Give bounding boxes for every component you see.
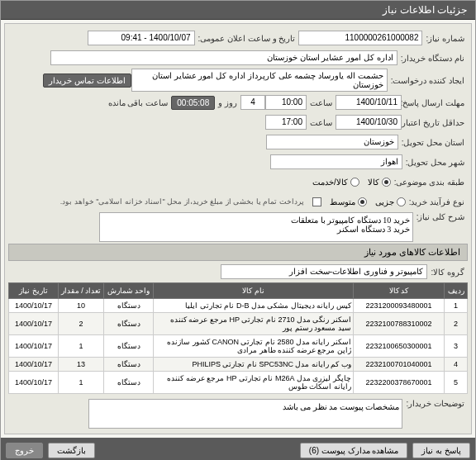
buyer-org-label: نام دستگاه خریدار: <box>397 54 468 63</box>
validity-time: 17:00 <box>265 115 307 130</box>
radio-icon <box>397 197 406 206</box>
cell-unit: دستگاه <box>104 299 154 313</box>
province-value: خوزستان <box>266 135 398 149</box>
days-label: روز و <box>215 98 240 107</box>
cell-qty: 13 <box>59 358 104 372</box>
cell-n: 3 <box>445 335 468 358</box>
cat-service-label: کالا/خدمت <box>312 178 348 187</box>
cell-qty: 1 <box>59 335 104 358</box>
th-date: تاریخ نیاز <box>9 283 59 299</box>
need-number-label: شماره نیاز: <box>422 34 468 43</box>
need-number-value: 1100000261000082 <box>298 31 422 45</box>
cat-goods-label: کالا <box>368 178 379 187</box>
cell-n: 2 <box>445 313 468 335</box>
pt-medium-label: متوسط <box>330 197 355 206</box>
radio-icon <box>358 197 367 206</box>
radio-icon <box>350 178 359 187</box>
cell-date: 1400/10/17 <box>9 358 59 372</box>
pt-small-option[interactable]: جزیی <box>375 197 406 206</box>
cell-code: 2232100701040001 <box>354 358 445 372</box>
cell-date: 1400/10/17 <box>9 335 59 358</box>
buyer-notes-label: توضیحات خریدار: <box>402 399 468 408</box>
radio-icon <box>382 178 391 187</box>
table-header-row: ردیف کد کالا نام کالا واحد شمارش تعداد /… <box>9 283 468 299</box>
th-name: نام کالا <box>154 283 354 299</box>
cat-goods-option[interactable]: کالا <box>368 178 391 187</box>
items-table: ردیف کد کالا نام کالا واحد شمارش تعداد /… <box>8 282 468 394</box>
cell-name: وب کم رایانه مدل SPC53NC نام تجارتی PHIL… <box>154 358 354 372</box>
announce-value: 1400/10/07 - 09:41 <box>88 31 195 45</box>
contact-link[interactable]: اطلاعات تماس خریدار <box>43 74 131 88</box>
group-label: گروه کالا: <box>427 268 468 277</box>
details-panel: جزئیات اطلاعات نیاز شماره نیاز: 11000002… <box>0 0 476 460</box>
th-row: ردیف <box>445 283 468 299</box>
cell-name: کیس رایانه دیجیتال مشکی مدل D-B نام تجار… <box>154 299 354 313</box>
response-deadline-label: مهلت ارسال پاسخ: <box>402 98 468 107</box>
need-title-textarea[interactable] <box>99 212 413 242</box>
cell-unit: دستگاه <box>104 335 154 358</box>
cell-n: 5 <box>445 372 468 394</box>
respond-button[interactable]: پاسخ به نیاز <box>412 443 470 458</box>
cell-n: 4 <box>445 358 468 372</box>
cell-name: اسکنر رنگی مدل 2710 نام تجارتی HP مرجع ع… <box>154 313 354 335</box>
cat-service-option[interactable]: کالا/خدمت <box>312 178 359 187</box>
table-row: 1 2231200093480001 کیس رایانه دیجیتال مش… <box>9 299 468 313</box>
panel-header: جزئیات اطلاعات نیاز <box>1 1 475 20</box>
cell-name: اسکنر رایانه مدل 2580 نام تجارتی CANON ک… <box>154 335 354 358</box>
th-unit: واحد شمارش <box>104 283 154 299</box>
buyer-notes-textarea[interactable] <box>88 399 402 429</box>
th-code: کد کالا <box>354 283 445 299</box>
exit-button[interactable]: خروج <box>6 443 43 458</box>
need-title-label: شرح کلی نیاز: <box>413 212 468 221</box>
validity-date: 1400/10/30 <box>336 115 402 130</box>
days-value: 4 <box>240 95 265 110</box>
time-label-2: ساعت <box>307 118 336 127</box>
cell-code: 2232100788310002 <box>354 313 445 335</box>
table-row: 5 2232200378670001 چاپگر لیزری مدل M26A … <box>9 372 468 394</box>
cell-date: 1400/10/17 <box>9 299 59 313</box>
table-row: 2 2232100788310002 اسکنر رنگی مدل 2710 ن… <box>9 313 468 335</box>
cell-code: 2232100650300001 <box>354 335 445 358</box>
cell-qty: 1 <box>59 372 104 394</box>
treasury-checkbox[interactable] <box>312 197 321 206</box>
response-date: 1400/10/11 <box>336 95 402 110</box>
cell-unit: دستگاه <box>104 372 154 394</box>
attachments-button[interactable]: مشاهده مدارک پیوست (6) <box>300 443 408 458</box>
cell-unit: دستگاه <box>104 358 154 372</box>
province-label: استان محل تحویل: <box>398 138 468 147</box>
category-radio-group: کالا کالا/خدمت <box>312 178 391 187</box>
cell-code: 2231200093480001 <box>354 299 445 313</box>
group-value: کامپیوتر و فناوری اطلاعات-سخت افزار <box>221 264 427 279</box>
time-label-1: ساعت <box>307 98 336 107</box>
city-label: شهر محل تحویل: <box>402 158 468 167</box>
remaining-time: 00:05:08 <box>171 96 215 110</box>
cell-qty: 2 <box>59 313 104 335</box>
table-body: 1 2231200093480001 کیس رایانه دیجیتال مش… <box>9 299 468 394</box>
panel-title: جزئیات اطلاعات نیاز <box>383 4 467 16</box>
pt-medium-option[interactable]: متوسط <box>330 197 367 206</box>
cell-date: 1400/10/17 <box>9 313 59 335</box>
validity-label: حداقل تاریخ اعتبار قیمت تا تاریخ: <box>402 118 468 127</box>
purchase-type-group: جزیی متوسط پرداخت تمام یا بخشی از مبلغ خ… <box>60 197 406 206</box>
pt-small-label: جزیی <box>375 197 394 206</box>
cell-date: 1400/10/17 <box>9 372 59 394</box>
announce-label: تاریخ و ساعت اعلان عمومی: <box>195 34 299 43</box>
return-button[interactable]: بازگشت <box>48 443 95 458</box>
category-label: طبقه بندی موضوعی: <box>391 178 468 187</box>
table-row: 4 2232100701040001 وب کم رایانه مدل SPC5… <box>9 358 468 372</box>
city-value: اهواز <box>270 154 402 169</box>
requester-label: ایجاد کننده درخواست: <box>388 76 468 85</box>
cell-qty: 10 <box>59 299 104 313</box>
general-section: شماره نیاز: 1100000261000082 تاریخ و ساع… <box>4 23 472 434</box>
th-qty: تعداد / مقدار <box>59 283 104 299</box>
cell-unit: دستگاه <box>104 313 154 335</box>
footer-bar: پاسخ به نیاز مشاهده مدارک پیوست (6) بازگ… <box>1 438 475 460</box>
purchase-type-label: نوع فرآیند خرید: <box>406 197 468 206</box>
cell-name: چاپگر لیزری مدل M26A نام تجارتی HP مرجع … <box>154 372 354 394</box>
table-row: 3 2232100650300001 اسکنر رایانه مدل 2580… <box>9 335 468 358</box>
buyer-org-value: اداره کل امور عشایر استان خوزستان <box>50 50 397 65</box>
requester-value: حشمت اله یاورساد چشمه علی کارپرداز اداره… <box>131 69 388 92</box>
cell-n: 1 <box>445 299 468 313</box>
cell-code: 2232200378670001 <box>354 372 445 394</box>
remaining-label: ساعت باقی مانده <box>105 98 172 107</box>
